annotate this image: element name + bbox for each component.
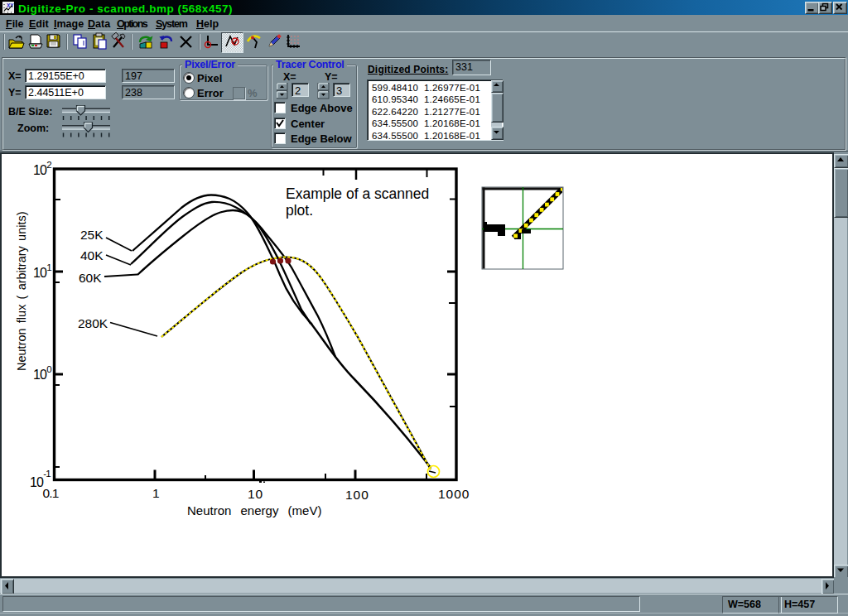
- svg-text:40K: 40K: [80, 248, 104, 262]
- svg-text:280K: 280K: [78, 316, 108, 330]
- svg-text:25K: 25K: [80, 228, 104, 242]
- svg-text:60K: 60K: [79, 271, 102, 285]
- svg-text:100: 100: [33, 364, 51, 382]
- svg-text:10: 10: [248, 487, 263, 501]
- svg-text:102: 102: [33, 160, 51, 177]
- svg-text:1: 1: [152, 486, 159, 500]
- svg-text:101: 101: [33, 262, 51, 280]
- svg-text:Neutron flux ( arbitrary units: Neutron flux ( arbitrary units): [15, 211, 28, 371]
- svg-text:1000: 1000: [438, 487, 470, 501]
- svg-text:Neutron energy (meV): Neutron energy (meV): [187, 503, 321, 517]
- svg-text:0.1: 0.1: [43, 486, 59, 500]
- svg-text:100: 100: [345, 488, 369, 502]
- svg-text:plot.: plot.: [286, 202, 313, 219]
- svg-text:Example of a scanned: Example of a scanned: [286, 185, 429, 202]
